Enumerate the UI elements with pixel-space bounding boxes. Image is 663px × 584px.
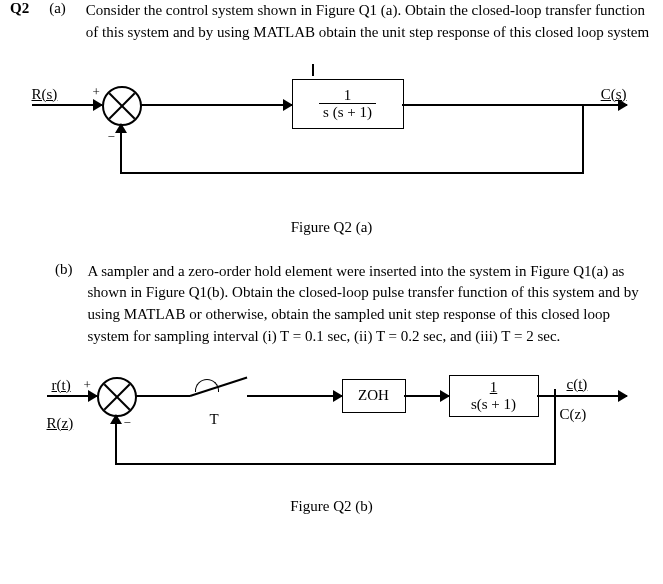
arrow-in-b	[47, 395, 97, 397]
arrow-out	[402, 104, 627, 106]
tf-numerator: 1	[319, 87, 376, 105]
input-label-rz: R(z)	[47, 415, 74, 432]
part-a-label: (a)	[49, 0, 66, 44]
feedback-up	[120, 124, 122, 174]
part-b-label: (b)	[55, 261, 73, 348]
transfer-function-block-b: 1 s(s + 1)	[449, 375, 539, 417]
part-a-text: Consider the control system shown in Fig…	[86, 0, 653, 44]
tf-fraction-b: 1 s(s + 1)	[467, 379, 520, 412]
feedback-down-b	[554, 395, 556, 465]
tf-denominator: s (s + 1)	[319, 104, 376, 121]
question-header: Q2 (a) Consider the control system shown…	[0, 0, 663, 44]
tf-denominator-b: s(s + 1)	[467, 396, 520, 413]
arrow-to-tf	[404, 395, 449, 397]
input-label-rt: r(t)	[52, 377, 71, 394]
feedback-down	[582, 104, 584, 174]
arrow-to-zoh	[247, 395, 342, 397]
output-label-cz: C(z)	[560, 406, 587, 423]
plus-sign: +	[93, 84, 100, 100]
feedback-across-b	[115, 463, 556, 465]
feedback-across	[120, 172, 584, 174]
part-b-row: (b) A sampler and a zero-order hold elem…	[0, 261, 663, 348]
summing-junction	[102, 86, 142, 126]
figure-q2b: r(t) R(z) + − T ZOH 1 s(s + 1) c(t) C(z)	[12, 373, 652, 483]
figure-b-caption: Figure Q2 (b)	[0, 498, 663, 515]
feedback-up-b	[115, 415, 117, 465]
tick-mark	[312, 64, 314, 76]
arrow-out-b	[537, 395, 627, 397]
figure-a-caption: Figure Q2 (a)	[0, 219, 663, 236]
minus-sign-b: −	[124, 415, 131, 431]
transfer-function-block: 1 s (s + 1)	[292, 79, 404, 129]
input-label-rs: R(s)	[32, 86, 58, 103]
line-to-sampler	[135, 395, 190, 397]
output-label-ct: c(t)	[567, 376, 588, 393]
part-b-text: A sampler and a zero-order hold element …	[88, 261, 654, 348]
arrow-in	[32, 104, 102, 106]
tf-numerator-b: 1	[467, 379, 520, 396]
summing-junction-b	[97, 377, 137, 417]
sampler-label: T	[210, 411, 219, 428]
zoh-label: ZOH	[358, 387, 389, 404]
arrow-to-block	[140, 104, 292, 106]
zoh-block: ZOH	[342, 379, 406, 413]
tf-fraction: 1 s (s + 1)	[319, 87, 376, 121]
question-number: Q2	[10, 0, 29, 44]
figure-q2a: R(s) C(s) + − 1 s (s + 1)	[22, 74, 642, 204]
